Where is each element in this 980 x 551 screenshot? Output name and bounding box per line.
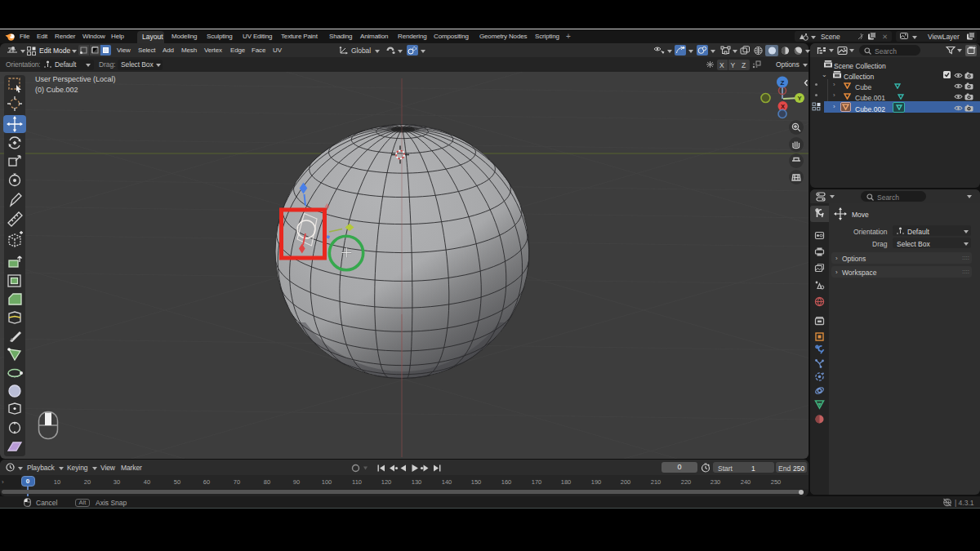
svg-text:Z: Z bbox=[781, 79, 785, 87]
svg-text:User Perspective (Local): User Perspective (Local) bbox=[35, 75, 116, 83]
svg-text:Y: Y bbox=[797, 95, 801, 102]
svg-text:X: X bbox=[781, 103, 785, 110]
svg-text:(0) Cube.002: (0) Cube.002 bbox=[35, 86, 78, 94]
